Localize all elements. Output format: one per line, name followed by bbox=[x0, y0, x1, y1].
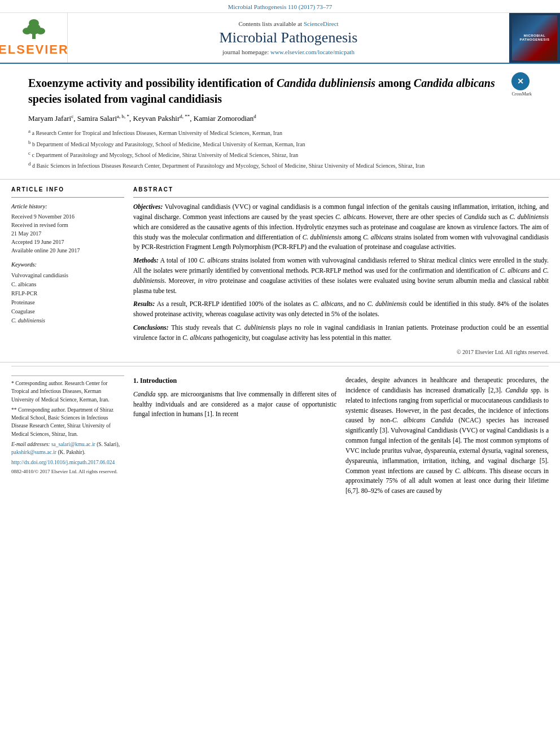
crossmark-badge[interactable]: ✕ CrossMark bbox=[511, 72, 532, 97]
svg-point-3 bbox=[36, 28, 45, 34]
results-label: Results: bbox=[133, 300, 155, 307]
conclusions-label: Conclusions: bbox=[133, 324, 169, 331]
affil-d: d d Basic Sciences in Infectious Disease… bbox=[28, 160, 532, 170]
available-line: Available online 20 June 2017 bbox=[11, 246, 124, 255]
abstract-results: Results: As a result, PCR-RFLP identifie… bbox=[133, 299, 549, 320]
footnotes-block: * Corresponding author. Research Center … bbox=[11, 375, 124, 475]
article-history: Article history: Received 9 November 201… bbox=[11, 202, 124, 255]
abstract-col: ABSTRACT Objectives: Vulvovaginal candid… bbox=[133, 185, 549, 357]
elsevier-tree-icon bbox=[17, 19, 51, 40]
journal-cover-inner: MICROBIALPATHOGENESIS bbox=[512, 15, 557, 60]
introduction-text-col: 1. Introduction Candida spp. are microor… bbox=[133, 375, 336, 501]
email2-link[interactable]: pakshirk@sums.ac.ir bbox=[11, 449, 56, 455]
methods-label: Methods: bbox=[133, 257, 159, 264]
authors-line: Maryam Jafaric, Samira Salaria, b, *, Ke… bbox=[28, 113, 532, 123]
received-revised-label: Received in revised form bbox=[11, 221, 124, 229]
elsevier-logo: ELSEVIER bbox=[0, 13, 68, 63]
star1-symbol: * bbox=[11, 381, 14, 386]
affil-a: a a Research Center for Tropical and Inf… bbox=[28, 128, 532, 137]
abstract-conclusions: Conclusions: This study reveals that C. … bbox=[133, 323, 549, 343]
divider1 bbox=[11, 197, 124, 198]
section-divider bbox=[11, 366, 549, 366]
accepted-line: Accepted 19 June 2017 bbox=[11, 238, 124, 246]
received-line: Received 9 November 2016 bbox=[11, 212, 124, 221]
header-center: Contents lists available at ScienceDirec… bbox=[68, 13, 509, 63]
article-info-label: ARTICLE INFO bbox=[11, 185, 124, 194]
affiliations: a a Research Center for Tropical and Inf… bbox=[28, 128, 532, 170]
email1-link[interactable]: sa_salari@kmu.ac.ir bbox=[51, 442, 95, 447]
email1-person: (S. Salari), bbox=[97, 442, 120, 447]
objectives-label: Objectives: bbox=[133, 203, 163, 210]
journal-homepage-line: journal homepage: www.elsevier.com/locat… bbox=[222, 49, 355, 55]
email-label: E-mail addresses: bbox=[11, 442, 50, 447]
footnote-star2: ** Corresponding author. Department of S… bbox=[11, 406, 124, 438]
history-title: Article history: bbox=[11, 202, 124, 211]
intro-para2: decades, despite advances in healthcare … bbox=[345, 375, 549, 496]
article-info-abstract-section: ARTICLE INFO Article history: Received 9… bbox=[0, 180, 560, 363]
keywords-title: Keywords: bbox=[11, 260, 124, 269]
doi-line[interactable]: http://dx.doi.org/10.1016/j.micpath.2017… bbox=[11, 458, 124, 466]
sciencedirect-link[interactable]: ScienceDirect bbox=[304, 20, 339, 27]
abstract-label: ABSTRACT bbox=[133, 185, 549, 194]
keywords-section: Keywords: Vulvovaginal candidiasis C. al… bbox=[11, 260, 124, 325]
star2-symbol: ** bbox=[11, 407, 17, 413]
copyright-line: © 2017 Elsevier Ltd. All rights reserved… bbox=[133, 348, 549, 357]
revised-date: 21 May 2017 bbox=[11, 229, 124, 238]
email2-person: (K. Pakshir). bbox=[58, 449, 85, 455]
keyword-1: Vulvovaginal candidiasis bbox=[11, 271, 124, 280]
homepage-text: journal homepage: bbox=[222, 49, 269, 55]
keyword-2: C. albicans bbox=[11, 280, 124, 289]
footnote-emails: E-mail addresses: sa_salari@kmu.ac.ir (S… bbox=[11, 440, 124, 457]
elsevier-brand: ELSEVIER bbox=[0, 42, 69, 57]
svg-point-2 bbox=[23, 28, 32, 34]
keyword-6: C. dubliniensis bbox=[11, 316, 124, 325]
abstract-objectives: Objectives: Vulvovaginal candidiasis (VV… bbox=[133, 202, 549, 252]
divider2 bbox=[133, 197, 549, 198]
svg-point-4 bbox=[29, 19, 39, 27]
crossmark-icon: ✕ bbox=[511, 72, 530, 90]
homepage-link[interactable]: www.elsevier.com/locate/micpath bbox=[270, 49, 355, 55]
abstract-methods: Methods: A total of 100 C. albicans stra… bbox=[133, 256, 549, 296]
article-info-col: ARTICLE INFO Article history: Received 9… bbox=[11, 185, 124, 357]
article-title: Exoenzyme activity and possibility ident… bbox=[28, 75, 506, 107]
journal-cover: MICROBIALPATHOGENESIS bbox=[509, 13, 560, 63]
keyword-4: Proteinase bbox=[11, 298, 124, 307]
keyword-3: RFLP-PCR bbox=[11, 289, 124, 298]
journal-cover-title: MICROBIALPATHOGENESIS bbox=[520, 34, 550, 42]
sciencedirect-text: Contents lists available at bbox=[238, 20, 302, 27]
affil-b: b b Department of Medical Mycology and P… bbox=[28, 139, 532, 148]
crossmark-label: CrossMark bbox=[511, 91, 532, 97]
sciencedirect-line: Contents lists available at ScienceDirec… bbox=[238, 20, 338, 27]
article-title-section: Exoenzyme activity and possibility ident… bbox=[0, 64, 560, 180]
journal-ref-bar: Microbial Pathogenesis 110 (2017) 73–77 bbox=[0, 0, 560, 13]
intro-right-continuation: decades, despite advances in healthcare … bbox=[345, 375, 549, 501]
header-section: ELSEVIER Contents lists available at Sci… bbox=[0, 13, 560, 64]
introduction-section: * Corresponding author. Research Center … bbox=[0, 370, 560, 506]
intro-heading: 1. Introduction bbox=[133, 375, 336, 386]
affil-c: c c Department of Parasitology and Mycol… bbox=[28, 150, 532, 159]
footnotes-col: * Corresponding author. Research Center … bbox=[11, 375, 124, 501]
journal-ref-text: Microbial Pathogenesis 110 (2017) 73–77 bbox=[228, 3, 333, 10]
footnote-star1: * Corresponding author. Research Center … bbox=[11, 379, 124, 404]
intro-para1: Candida spp. are microorganisms that liv… bbox=[133, 390, 336, 420]
rights-line: 0882-4010/© 2017 Elsevier Ltd. All right… bbox=[11, 468, 124, 476]
journal-title: Microbial Pathogenesis bbox=[220, 29, 358, 46]
page-wrapper: Microbial Pathogenesis 110 (2017) 73–77 … bbox=[0, 0, 560, 747]
keyword-5: Coagulase bbox=[11, 307, 124, 316]
